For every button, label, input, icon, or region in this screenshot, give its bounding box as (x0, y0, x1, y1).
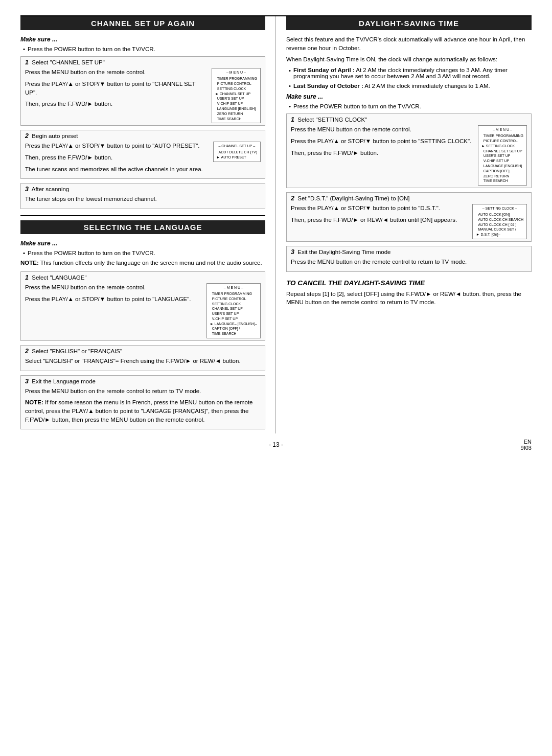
menu-item: ►D.S.T. [On]– (476, 232, 523, 237)
menu-item: AUTO CLOCK CH SEARCH (476, 217, 523, 222)
menu-arrow-icon (481, 149, 482, 154)
lang-step2-num: 2 (25, 348, 29, 355)
footer-lang: EN (524, 439, 532, 445)
lang-step2-title: Select "ENGLISH" or "FRANÇAIS" (32, 348, 122, 354)
channel-step1-box: 1 Select "CHANNEL SET UP" Press the MENU… (20, 56, 265, 126)
channel-step2-text: Press the PLAY/▲ or STOP/▼ button to poi… (25, 142, 209, 176)
dst-step1-menu-title: – M E N U – (481, 127, 523, 132)
lang-step1-box: 1 Select "LANGUAGE" Press the MENU butto… (20, 271, 265, 341)
channel-step1-num: 1 (25, 59, 29, 66)
channel-step2-title: Begin auto preset (32, 133, 78, 139)
menu-item: ►AUTO PRESET (217, 155, 257, 160)
channel-step1-text: Press the MENU button on the remote cont… (25, 68, 208, 111)
menu-arrow-icon (481, 133, 482, 139)
dst-step2-num: 2 (291, 195, 294, 202)
dst-step2-menu-items: AUTO CLOCK [ON] AUTO CLOCK CH SEARCH AUT… (476, 212, 523, 237)
lang-step1-p1: Press the MENU button on the remote cont… (25, 283, 202, 292)
dst-step2-text: Press the PLAY/▲ or STOP/▼ button to poi… (291, 204, 468, 227)
menu-arrow-icon (215, 86, 216, 91)
lang-section-title: SELECTING THE LANGUAGE (20, 220, 265, 234)
channel-step1-menu: – M E N U – TIMER PROGRAMMING PICTURE CO… (212, 68, 261, 123)
channel-step1-p1: Press the MENU button on the remote cont… (25, 68, 208, 77)
menu-arrow-icon (215, 81, 216, 86)
dst-step3-text: Press the MENU button on the remote cont… (291, 258, 527, 266)
lang-step1-p2: Press the PLAY/▲ or STOP/▼ button to poi… (25, 295, 202, 304)
menu-arrow-icon (210, 316, 211, 322)
lang-step3-header: 3 Exit the Language mode (25, 378, 261, 385)
channel-step3-num: 3 (25, 186, 29, 193)
menu-arrow-icon (215, 101, 216, 106)
channel-step2-inner: Press the PLAY/▲ or STOP/▼ button to poi… (25, 142, 261, 176)
channel-step3-header: 3 After scanning (25, 186, 261, 193)
footer-model: 9I03 (521, 445, 532, 451)
right-column: DAYLIGHT-SAVING TIME Select this feature… (276, 16, 532, 433)
lang-step2-text: Select "ENGLISH" or "FRANÇAIS"= French u… (25, 357, 261, 365)
lang-make-sure-label: Make sure ... (20, 239, 265, 248)
menu-arrow-icon (481, 153, 482, 158)
channel-step1-p3: Then, press the F.FWD/► button. (25, 100, 208, 108)
channel-step1-title: Select "CHANNEL SET UP" (32, 59, 104, 65)
dst-bullet1-bold: First Sunday of April : (293, 67, 355, 73)
dst-bullet2-bold: Last Sunday of October : (293, 83, 363, 89)
dst-step2-p1: Press the PLAY/▲ or STOP/▼ button to poi… (291, 204, 468, 213)
bullet-icon: • (289, 67, 291, 74)
lang-make-sure-text1: Press the POWER button to turn on the TV… (28, 250, 155, 256)
channel-step1-menu-items: TIMER PROGRAMMING PICTURE CONTROL SETTIN… (215, 76, 257, 121)
menu-item: V-CHIP SET UP (215, 101, 257, 106)
menu-item: ►SETTING CLOCK (481, 144, 523, 149)
cancel-text: Repeat steps [1] to [2], select [OFF] us… (286, 290, 532, 307)
lang-step3-box: 3 Exit the Language mode Press the MENU … (20, 375, 265, 430)
menu-item: ZERO RETURN (481, 174, 523, 179)
channel-step1-header: 1 Select "CHANNEL SET UP" (25, 59, 261, 66)
menu-item: CAPTION [OFF] \ (210, 326, 257, 331)
menu-item: ►CHANNEL SET UP (215, 91, 257, 97)
channel-step1-p2: Press the PLAY/▲ or STOP/▼ button to poi… (25, 80, 208, 97)
lang-step1-menu-items: TIMER PROGRAMMING PICTURE CONTROL SETTIN… (210, 291, 257, 336)
two-col-layout: CHANNEL SET UP AGAIN Make sure ... • Pre… (20, 16, 532, 433)
lang-step1-menu: – M E N U – TIMER PROGRAMMING PICTURE CO… (206, 283, 261, 338)
dst-step2-inner: Press the PLAY/▲ or STOP/▼ button to poi… (291, 204, 527, 239)
dst-make-sure-bullet: • Press the POWER button to turn on the … (289, 103, 532, 109)
dst-step2-header: 2 Set "D.S.T." (Daylight-Saving Time) to… (291, 195, 527, 202)
menu-arrow-icon (481, 164, 482, 169)
dst-bullet1: • First Sunday of April : At 2 AM the cl… (289, 67, 532, 79)
lang-step3-note: NOTE: If for some reason the menu is in … (25, 398, 261, 424)
menu-arrow-icon (215, 117, 216, 122)
menu-arrow-icon: ► (481, 144, 485, 149)
footer-info: EN 9I03 (521, 439, 532, 451)
channel-step2-p2: Then, press the F.FWD/► button. (25, 153, 209, 162)
menu-arrow-icon (210, 311, 211, 316)
dst-step2-p2: Then, press the F.FWD/► or REW/◄ button … (291, 216, 468, 224)
menu-arrow-icon (481, 139, 482, 144)
dst-section-title: DAYLIGHT-SAVING TIME (286, 16, 532, 30)
menu-arrow-icon (481, 158, 482, 164)
lang-step1-header: 1 Select "LANGUAGE" (25, 274, 261, 281)
channel-step2-p1: Press the PLAY/▲ or STOP/▼ button to poi… (25, 142, 209, 150)
lang-step1-title: Select "LANGUAGE" (32, 274, 86, 281)
menu-item: TIMER PROGRAMMING (210, 291, 257, 296)
channel-step2-num: 2 (25, 132, 29, 140)
dst-make-sure-label: Make sure ... (286, 93, 532, 101)
dst-step1-text: Press the MENU button on the remote cont… (291, 125, 474, 160)
menu-arrow-icon: ► (215, 91, 219, 97)
dst-step1-box: 1 Select "SETTING CLOCK" Press the MENU … (286, 113, 532, 188)
channel-make-sure-label: Make sure ... (20, 35, 265, 44)
menu-arrow-icon (210, 296, 211, 302)
menu-arrow-icon (217, 150, 218, 155)
dst-step1-num: 1 (291, 116, 294, 123)
menu-arrow-icon (210, 326, 211, 331)
menu-item: ADD / DELETE CH (TV) (217, 150, 257, 155)
channel-step1-menu-title: – M E N U – (215, 70, 257, 75)
menu-item: V-CHIP SET UP (481, 158, 523, 164)
dst-step1-menu: – M E N U – TIMER PROGRAMMING PICTURE CO… (478, 125, 527, 186)
lang-step3-num: 3 (25, 378, 29, 385)
lang-step1-num: 1 (25, 274, 29, 281)
lang-step1-text: Press the MENU button on the remote cont… (25, 283, 202, 306)
menu-item: USER'S SET UP (215, 96, 257, 101)
bullet-icon: • (23, 46, 25, 52)
dst-bullet2-text: Last Sunday of October : At 2 AM the clo… (293, 83, 490, 89)
channel-step2-p3: The tuner scans and memorizes all the ac… (25, 165, 209, 174)
lang-note-body: This function effects only the language … (39, 260, 262, 266)
lang-section-divider (20, 215, 265, 216)
menu-item: PICTURE CONTROL (481, 139, 523, 144)
